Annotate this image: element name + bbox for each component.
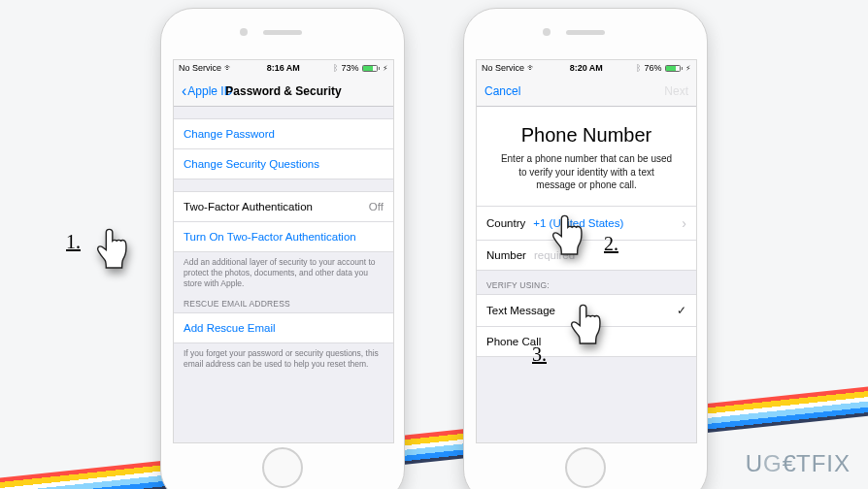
carrier-text: No Service	[179, 63, 221, 73]
annotation-step-3: 3.	[532, 343, 547, 366]
tfa-label: Two-Factor Authentication	[184, 201, 313, 212]
home-button[interactable]	[565, 447, 606, 488]
two-factor-auth-cell: Two-Factor Authentication Off	[174, 191, 393, 222]
chevron-right-icon: ›	[682, 215, 686, 231]
status-bar: No Service ᯤ 8:20 AM ᛒ 76% ⚡︎	[477, 60, 696, 76]
add-rescue-label: Add Rescue Email	[184, 322, 276, 334]
battery-icon	[665, 65, 684, 72]
next-button[interactable]: Next	[664, 84, 688, 98]
chevron-left-icon: ‹	[182, 83, 186, 99]
cursor-icon-2	[549, 212, 591, 260]
nav-bar: Cancel Next	[477, 76, 696, 107]
change-password-label: Change Password	[184, 128, 275, 140]
screen-password-security: No Service ᯤ 8:16 AM ᛒ 73% ⚡︎ ‹ Apple ID	[173, 59, 394, 443]
charging-icon: ⚡︎	[685, 64, 691, 73]
number-label: Number	[486, 249, 526, 261]
page-title: Phone Number	[477, 107, 696, 152]
watermark-logo: UG€TFIX	[746, 450, 851, 477]
turn-on-tfa-cell[interactable]: Turn On Two-Factor Authentication	[174, 222, 393, 252]
charging-icon: ⚡︎	[383, 64, 388, 73]
cancel-button[interactable]: Cancel	[484, 84, 520, 98]
status-bar: No Service ᯤ 8:16 AM ᛒ 73% ⚡︎	[174, 60, 393, 76]
status-time: 8:16 AM	[267, 63, 300, 73]
wifi-icon: ᯤ	[527, 63, 536, 73]
back-label: Apple ID	[187, 84, 232, 98]
country-label: Country	[486, 217, 525, 229]
tfa-footer: Add an additional layer of security to y…	[174, 252, 393, 289]
rescue-footer: If you forget your password or security …	[174, 343, 393, 370]
verify-header: VERIFY USING:	[477, 271, 696, 294]
wifi-icon: ᯤ	[224, 63, 233, 73]
home-button[interactable]	[262, 447, 303, 488]
add-rescue-email-cell[interactable]: Add Rescue Email	[174, 312, 393, 343]
carrier-text: No Service	[482, 63, 524, 73]
change-password-cell[interactable]: Change Password	[174, 118, 393, 149]
battery-pct: 76%	[644, 63, 661, 73]
next-label: Next	[664, 84, 688, 98]
page-subtitle: Enter a phone number that can be used to…	[477, 152, 696, 206]
annotation-step-2: 2.	[604, 233, 618, 255]
checkmark-icon: ✓	[677, 304, 686, 317]
nav-bar: ‹ Apple ID Password & Security	[174, 76, 393, 107]
phone-left: No Service ᯤ 8:16 AM ᛒ 73% ⚡︎ ‹ Apple ID	[160, 8, 405, 489]
cursor-icon-3	[567, 301, 610, 349]
change-questions-label: Change Security Questions	[184, 158, 319, 170]
cursor-icon-1	[93, 225, 136, 274]
battery-pct: 73%	[341, 63, 358, 73]
rescue-header: RESCUE EMAIL ADDRESS	[174, 289, 393, 312]
cancel-label: Cancel	[484, 84, 520, 98]
change-security-questions-cell[interactable]: Change Security Questions	[174, 149, 393, 179]
turn-on-tfa-label: Turn On Two-Factor Authentication	[184, 231, 356, 243]
text-message-label: Text Message	[486, 305, 555, 316]
bluetooth-icon: ᛒ	[333, 63, 338, 73]
back-button[interactable]: ‹ Apple ID	[182, 83, 232, 99]
tfa-value: Off	[369, 201, 384, 212]
battery-icon	[362, 65, 381, 72]
status-time: 8:20 AM	[570, 63, 603, 73]
annotation-step-1: 1.	[66, 231, 81, 253]
bluetooth-icon: ᛒ	[636, 63, 641, 73]
